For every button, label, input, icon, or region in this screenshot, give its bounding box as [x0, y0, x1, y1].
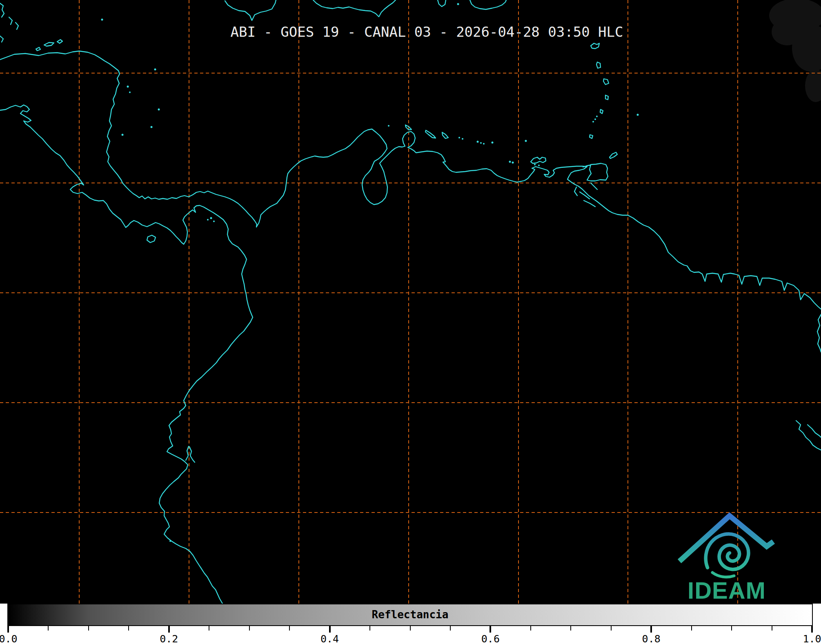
- colorbar: Reflectancia: [7, 604, 813, 626]
- coastline-jamaica: [225, 0, 276, 20]
- island-dots: [101, 3, 639, 542]
- colorbar-tick: [209, 626, 209, 631]
- island-roatan: [44, 42, 54, 46]
- coastline-pacific: [0, 105, 253, 604]
- island-coiba: [147, 235, 156, 243]
- colorbar-tick: [410, 626, 411, 631]
- island-utila: [36, 47, 40, 51]
- island-st-lucia: [605, 95, 608, 100]
- map-title: ABI - GOES 19 - CANAL 03 - 2026-04-28 03…: [33, 24, 821, 40]
- coastline-guayaquil: [186, 446, 195, 462]
- colorbar-tick: [48, 626, 49, 631]
- island-dominica: [596, 62, 601, 68]
- colorbar-tick-label: 0.2: [160, 633, 178, 644]
- coastline-edge: [817, 314, 821, 352]
- colorbar-tick-label: 0.8: [642, 633, 661, 644]
- colorbar-tick: [772, 626, 772, 631]
- colorbar-label: Reflectancia: [8, 604, 812, 625]
- ideam-logo-text: IDEAM: [674, 577, 780, 604]
- colorbar-tick: [611, 626, 612, 631]
- island-grenada: [590, 135, 593, 138]
- colorbar-tick-label: 0.4: [320, 633, 339, 644]
- colorbar-tick: [168, 626, 170, 633]
- colorbar-tick: [7, 626, 9, 633]
- colorbar-tick: [329, 626, 331, 633]
- colorbar-tick: [811, 626, 813, 633]
- satellite-map: ABI - GOES 19 - CANAL 03 - 2026-04-28 03…: [0, 0, 821, 604]
- colorbar-tick: [249, 626, 250, 631]
- colorbar-tick: [489, 626, 491, 633]
- colorbar-tick: [530, 626, 531, 631]
- island-bonaire: [442, 132, 448, 138]
- colorbar-tick-label: 1.0: [803, 633, 821, 644]
- colorbar-tick: [650, 626, 652, 633]
- coastline-orinoco-delta: [574, 183, 597, 207]
- ideam-logo: IDEAM: [674, 506, 780, 604]
- island-guadeloupe: [591, 43, 599, 49]
- colorbar-tick: [369, 626, 370, 631]
- coastline-belize: [0, 3, 18, 42]
- colorbar-tick: [289, 626, 290, 631]
- goes-satellite-product: { "title": { "text": "ABI - GOES 19 - CA…: [0, 0, 821, 644]
- island-martinique: [603, 79, 609, 85]
- colorbar-tick-labels: 0.00.20.40.60.81.0: [0, 633, 821, 644]
- island-st-vincent: [600, 109, 603, 114]
- colorbar-tick: [570, 626, 571, 631]
- island-aruba: [405, 125, 412, 130]
- coastline-amazon: [796, 421, 821, 450]
- island-trinidad: [583, 163, 608, 181]
- colorbar-tick-label: 0.6: [481, 633, 500, 644]
- colorbar-tick: [128, 626, 129, 631]
- colorbar-strip: Reflectancia 0.00.20.40.60.81.0: [0, 604, 821, 644]
- colorbar-tick-label: 0.0: [0, 633, 18, 644]
- coastline-puerto-rico: [470, 0, 506, 9]
- island-margarita: [531, 157, 546, 163]
- coastline-caribbean-mainland: [0, 51, 821, 309]
- colorbar-tick: [450, 626, 451, 631]
- island-curacao: [425, 130, 436, 138]
- colorbar-tick: [731, 626, 732, 631]
- colorbar-tick: [88, 626, 89, 631]
- coastline-hispaniola: [313, 0, 396, 17]
- island-tobago: [610, 152, 617, 158]
- colorbar-tick: [691, 626, 692, 631]
- island-guanaja: [57, 40, 62, 43]
- coastline-saona: [438, 0, 446, 7]
